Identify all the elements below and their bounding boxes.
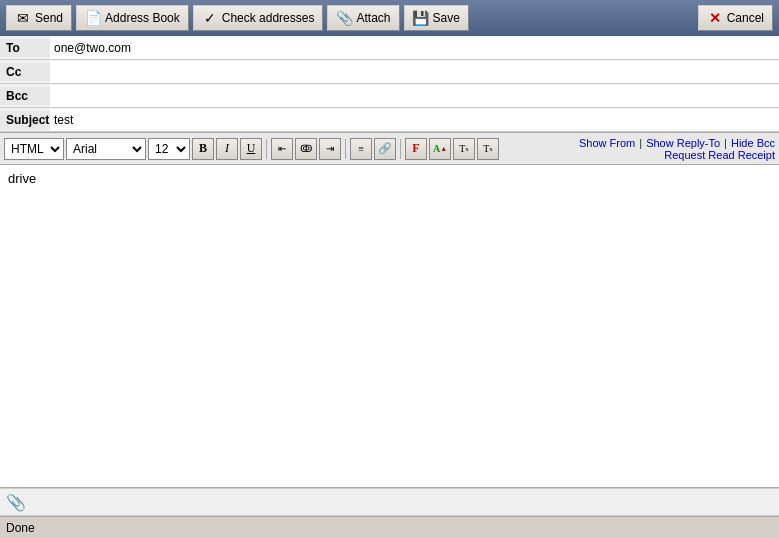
- cc-input[interactable]: [50, 61, 779, 83]
- separator-2: [345, 139, 346, 159]
- send-icon: ✉: [15, 10, 31, 26]
- separator-1: [266, 139, 267, 159]
- read-receipt-row: Request Read Receipt: [664, 149, 775, 161]
- attach-label: Attach: [356, 11, 390, 25]
- list-button[interactable]: ≡: [350, 138, 372, 160]
- address-book-button[interactable]: 📄 Address Book: [76, 5, 189, 31]
- attachment-bar: 📎: [0, 488, 779, 516]
- font-color2-button[interactable]: A▲: [429, 138, 451, 160]
- main-content: To Cc Bcc Subject HTML Plain Arial Times…: [0, 36, 779, 516]
- align-center-button[interactable]: ↂ: [295, 138, 317, 160]
- save-button[interactable]: 💾 Save: [404, 5, 469, 31]
- subject-row: Subject: [0, 108, 779, 132]
- bcc-input[interactable]: [50, 85, 779, 107]
- subject-input[interactable]: [50, 109, 779, 131]
- save-label: Save: [433, 11, 460, 25]
- header-fields: To Cc Bcc Subject: [0, 36, 779, 133]
- cancel-label: Cancel: [727, 11, 764, 25]
- save-icon: 💾: [413, 10, 429, 26]
- attach-button[interactable]: 📎 Attach: [327, 5, 399, 31]
- check-addresses-label: Check addresses: [222, 11, 315, 25]
- address-book-label: Address Book: [105, 11, 180, 25]
- to-row: To: [0, 36, 779, 60]
- editor-wrapper: drive: [0, 165, 779, 488]
- link-button[interactable]: 🔗: [374, 138, 396, 160]
- format-options-right: Show From | Show Reply-To | Hide Bcc Req…: [579, 137, 775, 161]
- separator-3: [400, 139, 401, 159]
- send-label: Send: [35, 11, 63, 25]
- attach-icon: 📎: [336, 10, 352, 26]
- cc-label: Cc: [0, 63, 50, 81]
- to-input[interactable]: [50, 37, 779, 59]
- cancel-button[interactable]: ✕ Cancel: [698, 5, 773, 31]
- size-select[interactable]: 8 10 12 14 16 18: [148, 138, 190, 160]
- send-button[interactable]: ✉ Send: [6, 5, 72, 31]
- address-book-icon: 📄: [85, 10, 101, 26]
- font-select[interactable]: Arial Times New Roman Courier New: [66, 138, 146, 160]
- show-reply-to-link[interactable]: Show Reply-To: [646, 137, 720, 149]
- check-addresses-button[interactable]: ✓ Check addresses: [193, 5, 324, 31]
- read-receipt-link[interactable]: Request Read Receipt: [664, 149, 775, 161]
- paperclip-icon: 📎: [6, 493, 26, 512]
- format-bar: HTML Plain Arial Times New Roman Courier…: [0, 133, 779, 165]
- italic-button[interactable]: I: [216, 138, 238, 160]
- format-select[interactable]: HTML Plain: [4, 138, 64, 160]
- align-left-button[interactable]: ⇤: [271, 138, 293, 160]
- format-links-row: Show From | Show Reply-To | Hide Bcc: [579, 137, 775, 149]
- bold-button[interactable]: B: [192, 138, 214, 160]
- bcc-row: Bcc: [0, 84, 779, 108]
- status-bar: Done: [0, 516, 779, 538]
- editor-area[interactable]: drive: [0, 165, 779, 488]
- toolbar: ✉ Send 📄 Address Book ✓ Check addresses …: [0, 0, 779, 36]
- status-text: Done: [6, 521, 35, 535]
- cc-row: Cc: [0, 60, 779, 84]
- hide-bcc-link[interactable]: Hide Bcc: [731, 137, 775, 149]
- subscript-button[interactable]: Tx: [477, 138, 499, 160]
- cancel-icon: ✕: [707, 10, 723, 26]
- to-label: To: [0, 39, 50, 57]
- underline-button[interactable]: U: [240, 138, 262, 160]
- bcc-label: Bcc: [0, 87, 50, 105]
- subject-label: Subject: [0, 111, 50, 129]
- font-color-button[interactable]: F: [405, 138, 427, 160]
- check-addresses-icon: ✓: [202, 10, 218, 26]
- align-right-button[interactable]: ⇥: [319, 138, 341, 160]
- superscript-button[interactable]: Tx: [453, 138, 475, 160]
- show-from-link[interactable]: Show From: [579, 137, 635, 149]
